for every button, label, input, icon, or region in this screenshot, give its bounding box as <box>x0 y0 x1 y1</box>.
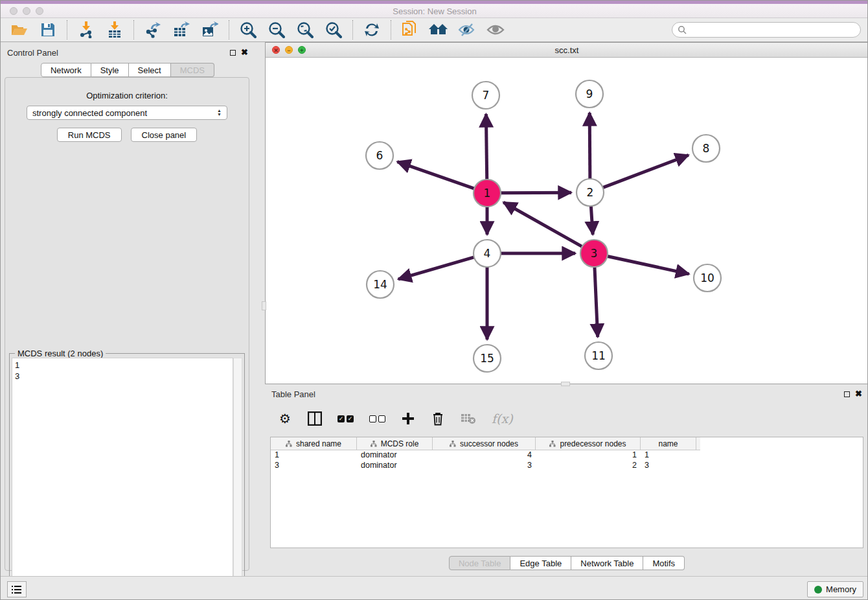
show-panel-icon[interactable] <box>486 21 505 39</box>
add-column-icon[interactable] <box>401 410 415 427</box>
tab-mcds[interactable]: MCDS <box>171 63 214 77</box>
table-cell[interactable]: 3 <box>271 461 357 471</box>
float-panel-icon[interactable] <box>230 50 236 56</box>
edge-3-11[interactable] <box>595 266 598 337</box>
optimization-criterion-value: strongly connected component <box>32 108 147 118</box>
network-maximize-icon[interactable]: + <box>298 46 306 54</box>
select-all-icon[interactable]: ✓✓ <box>337 410 354 427</box>
edge-1-6[interactable] <box>397 162 475 189</box>
table-panel-header: Table Panel ✖ <box>265 386 868 402</box>
mcds-result-item[interactable]: 3 <box>15 371 230 382</box>
column-header-successor-nodes[interactable]: successor nodes <box>433 437 536 450</box>
edge-2-9[interactable] <box>589 113 590 179</box>
result-scrollbar[interactable] <box>233 358 242 598</box>
mcds-result-item[interactable]: 1 <box>15 360 230 371</box>
tab-select[interactable]: Select <box>129 63 171 77</box>
network-close-icon[interactable]: ✕ <box>272 46 280 54</box>
float-table-panel-icon[interactable] <box>844 391 850 397</box>
hide-panel-icon[interactable] <box>457 21 477 39</box>
deselect-all-icon[interactable] <box>369 410 385 427</box>
edge-2-8[interactable] <box>602 155 689 188</box>
tab-network[interactable]: Network <box>41 63 91 77</box>
column-header-label: predecessor nodes <box>560 439 626 448</box>
node-table[interactable]: shared nameMCDS rolesuccessor nodesprede… <box>270 437 863 548</box>
task-history-button[interactable] <box>7 581 27 597</box>
tab-network-table[interactable]: Network Table <box>571 556 643 570</box>
mcds-result-fieldset: MCDS result (2 nodes) 1 3 <box>9 353 245 600</box>
graph-node-label: 2 <box>587 186 594 199</box>
delete-icon[interactable] <box>431 410 445 427</box>
splitter-grip-horizontal[interactable] <box>561 382 570 386</box>
mcds-tab-content: Optimization criterion: strongly connect… <box>5 77 249 571</box>
graph-node-label: 3 <box>591 247 598 260</box>
gear-icon[interactable]: ⚙ <box>278 410 292 427</box>
export-table-icon[interactable] <box>172 21 191 39</box>
graph-node-label: 11 <box>591 349 606 362</box>
run-mcds-button[interactable]: Run MCDS <box>57 128 122 142</box>
network-canvas[interactable]: 7968124314101511 <box>266 58 868 384</box>
table-toolbar: ⚙ ✓✓ f(x) <box>270 404 863 433</box>
refresh-layout-icon[interactable] <box>362 21 382 39</box>
close-panel-button[interactable]: Close panel <box>131 128 198 142</box>
splitter-grip-vertical[interactable] <box>262 301 266 310</box>
column-header-shared-name[interactable]: shared name <box>271 437 357 450</box>
network-minimize-icon[interactable]: − <box>285 46 293 54</box>
table-cell[interactable]: 3 <box>641 461 696 471</box>
edge-1-2[interactable] <box>500 192 571 193</box>
window-title: Session: New Session <box>1 6 868 16</box>
table-tabs: Node Table Edge Table Network Table Moti… <box>265 556 868 570</box>
network-window-titlebar[interactable]: ✕ − + scc.txt <box>266 43 868 58</box>
table-cell[interactable]: dominator <box>357 450 433 461</box>
column-header-label: MCDS role <box>381 439 419 448</box>
edge-2-3[interactable] <box>591 205 593 235</box>
tab-edge-table[interactable]: Edge Table <box>510 556 571 570</box>
edge-4-14[interactable] <box>398 257 475 279</box>
table-cell[interactable]: 1 <box>641 450 696 461</box>
column-header-MCDS-role[interactable]: MCDS role <box>357 437 433 450</box>
column-header-predecessor-nodes[interactable]: predecessor nodes <box>536 437 641 450</box>
search-icon <box>678 25 687 34</box>
table-row[interactable]: 1dominator411 <box>271 450 863 461</box>
zoom-in-icon[interactable] <box>238 21 258 39</box>
close-table-panel-icon[interactable]: ✖ <box>855 391 862 397</box>
function-builder-icon: f(x) <box>492 410 513 427</box>
tab-style[interactable]: Style <box>91 63 129 77</box>
table-cell[interactable]: 1 <box>271 450 357 461</box>
graph-node-label: 9 <box>586 87 593 100</box>
import-table-icon[interactable] <box>105 21 124 39</box>
export-network-icon[interactable] <box>143 21 163 39</box>
tab-motifs[interactable]: Motifs <box>643 556 685 570</box>
save-session-icon[interactable] <box>38 21 58 39</box>
open-file-icon[interactable] <box>10 21 29 39</box>
export-image-icon[interactable] <box>200 21 220 39</box>
search-input[interactable] <box>672 22 861 38</box>
column-layout-icon[interactable] <box>308 410 322 427</box>
graph-node-label: 6 <box>376 149 383 162</box>
table-cell[interactable]: 4 <box>433 450 536 461</box>
table-row[interactable]: 3dominator323 <box>271 461 863 471</box>
column-header-label: shared name <box>296 439 341 448</box>
table-cell[interactable]: 2 <box>536 461 641 471</box>
table-panel: Table Panel ✖ ⚙ ✓✓ f(x) shared nameMCDS … <box>265 386 868 576</box>
edge-3-1[interactable] <box>503 202 582 247</box>
open-session-from-file-icon[interactable] <box>400 21 420 39</box>
edge-3-10[interactable] <box>607 256 689 274</box>
optimization-criterion-select[interactable]: strongly connected component ▲▼ <box>27 106 227 120</box>
network-graph[interactable]: 7968124314101511 <box>266 58 868 384</box>
mcds-result-list[interactable]: 1 3 <box>12 358 233 598</box>
table-cell[interactable]: 3 <box>433 461 536 471</box>
home-icon[interactable] <box>429 21 448 39</box>
tab-node-table[interactable]: Node Table <box>449 556 511 570</box>
list-icon <box>12 585 22 594</box>
import-network-icon[interactable] <box>76 21 96 39</box>
table-header-row: shared nameMCDS rolesuccessor nodesprede… <box>271 437 700 450</box>
zoom-selected-icon[interactable] <box>324 21 343 39</box>
table-cell[interactable]: dominator <box>357 461 433 471</box>
table-cell[interactable]: 1 <box>536 450 641 461</box>
memory-button[interactable]: Memory <box>807 581 863 597</box>
column-header-name[interactable]: name <box>641 437 696 450</box>
zoom-out-icon[interactable] <box>267 21 286 39</box>
close-panel-icon[interactable]: ✖ <box>241 49 248 56</box>
edge-1-7[interactable] <box>486 114 486 180</box>
zoom-fit-icon[interactable] <box>295 21 315 39</box>
